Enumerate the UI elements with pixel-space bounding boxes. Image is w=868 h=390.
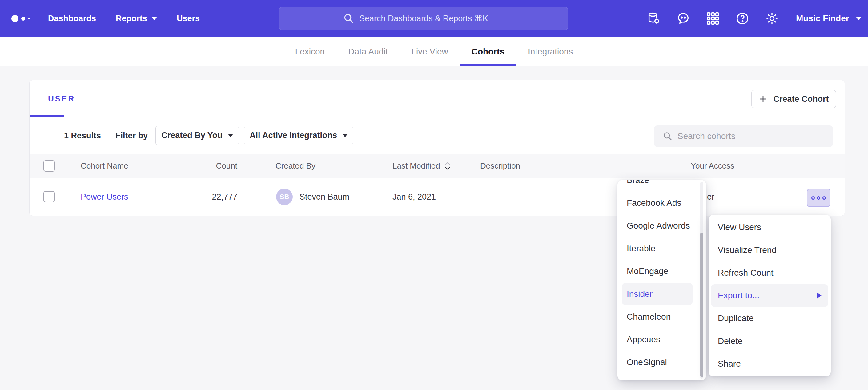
nav-reports-label: Reports (116, 14, 147, 23)
tab-integrations[interactable]: Integrations (516, 37, 585, 66)
project-switcher[interactable]: Music Finder (796, 0, 862, 37)
help-icon[interactable] (735, 11, 749, 26)
panel-header: USER Create Cohort (30, 80, 845, 117)
submenu-item-iterable[interactable]: Iterable (617, 237, 706, 260)
active-tab-underline (30, 115, 64, 117)
cohort-count: 22,777 (177, 178, 237, 216)
tab-cohorts[interactable]: Cohorts (460, 37, 516, 66)
scrollbar-thumb[interactable] (700, 232, 703, 377)
menu-item-refresh-count[interactable]: Refresh Count (709, 261, 831, 284)
chevron-down-icon (151, 17, 157, 20)
col-count[interactable]: Count (177, 154, 237, 178)
row-actions-button[interactable] (807, 189, 831, 207)
submenu-item-google-adwords[interactable]: Google Adwords (617, 215, 706, 237)
tab-data-audit[interactable]: Data Audit (336, 37, 400, 66)
tab-label: Live View (411, 47, 448, 57)
chevron-down-icon (228, 134, 233, 137)
menu-item-delete[interactable]: Delete (709, 330, 831, 353)
global-search-input[interactable] (359, 14, 504, 23)
dropdown-label: All Active Integrations (250, 131, 337, 140)
results-count: 1 Results (64, 117, 101, 154)
plus-icon (758, 94, 768, 104)
submenu-arrow-icon (817, 292, 822, 299)
menu-item-visualize-trend[interactable]: Visualize Trend (709, 239, 831, 261)
table-row: Power Users 22,777 SB Steven Baum Jan 6,… (30, 178, 845, 216)
submenu-item-moengage[interactable]: MoEngage (617, 260, 706, 283)
created-by-name: Steven Baum (300, 178, 349, 216)
nav-dashboards-label: Dashboards (48, 14, 96, 23)
cohorts-page: Dashboards Reports Users (0, 0, 868, 390)
settings-icon[interactable] (765, 11, 779, 26)
filter-by-label: Filter by (116, 117, 148, 154)
section-tabs: Lexicon Data Audit Live View Cohorts Int… (0, 37, 868, 66)
submenu-item-onesignal[interactable]: OneSignal (617, 351, 706, 374)
project-name: Music Finder (796, 13, 849, 23)
tab-label: Integrations (528, 47, 573, 57)
col-your-access[interactable]: Your Access (691, 154, 735, 178)
integrations-filter-dropdown[interactable]: All Active Integrations (244, 126, 353, 145)
avatar: SB (276, 189, 293, 205)
data-management-icon[interactable] (647, 11, 661, 26)
create-cohort-button[interactable]: Create Cohort (751, 90, 836, 108)
feedback-icon[interactable] (676, 11, 690, 26)
cohort-search-input[interactable] (678, 131, 824, 141)
nav-dashboards[interactable]: Dashboards (48, 14, 96, 23)
three-dots-icon (811, 196, 815, 200)
submenu-item-appcues[interactable]: Appcues (617, 328, 706, 351)
table-header: Cohort Name Count Created By Last Modifi… (30, 154, 845, 178)
row-context-menu: View Users Visualize Trend Refresh Count… (709, 215, 831, 377)
your-access-value-partial: er (707, 178, 714, 216)
col-last-modified[interactable]: Last Modified (393, 154, 451, 178)
global-search-bar[interactable] (279, 7, 568, 30)
sort-desc-icon (444, 162, 451, 170)
col-cohort-name[interactable]: Cohort Name (81, 154, 128, 178)
tab-label: Lexicon (295, 47, 325, 57)
nav-users-label: Users (177, 14, 200, 23)
tab-label: Data Audit (348, 47, 388, 57)
col-description[interactable]: Description (480, 154, 520, 178)
top-nav-icons (647, 0, 779, 37)
select-all-checkbox[interactable] (43, 160, 55, 172)
mixpanel-logo-icon[interactable] (11, 0, 30, 37)
row-checkbox[interactable] (43, 191, 55, 202)
menu-item-view-users[interactable]: View Users (709, 216, 831, 239)
export-submenu: Braze Facebook Ads Google Adwords Iterab… (617, 180, 706, 381)
created-by-filter-dropdown[interactable]: Created By You (155, 126, 239, 145)
menu-item-share[interactable]: Share (709, 353, 831, 375)
dropdown-label: Created By You (161, 131, 222, 140)
search-icon (343, 13, 354, 24)
tab-label: Cohorts (471, 47, 504, 57)
nav-users[interactable]: Users (177, 14, 200, 23)
menu-item-label: Export to... (718, 291, 760, 300)
search-icon (663, 131, 673, 141)
submenu-item-chameleon[interactable]: Chameleon (617, 305, 706, 328)
nav-reports[interactable]: Reports (116, 14, 157, 23)
divider (105, 128, 106, 143)
tab-live-view[interactable]: Live View (400, 37, 460, 66)
user-tab-label: USER (48, 94, 75, 104)
col-created-by[interactable]: Created By (276, 154, 315, 178)
tab-user-cohorts[interactable]: USER (48, 80, 75, 117)
cohort-name-link[interactable]: Power Users (81, 178, 128, 216)
submenu-item-braze[interactable]: Braze (617, 180, 706, 192)
tab-lexicon[interactable]: Lexicon (283, 37, 337, 66)
last-modified-date: Jan 6, 2021 (393, 178, 436, 216)
create-cohort-label: Create Cohort (773, 94, 829, 104)
top-nav-bar: Dashboards Reports Users (0, 0, 868, 37)
submenu-item-insider[interactable]: Insider (622, 283, 692, 305)
submenu-item-facebook-ads[interactable]: Facebook Ads (617, 192, 706, 215)
top-nav-links: Dashboards Reports Users (48, 0, 200, 37)
menu-item-export-to[interactable]: Export to... (711, 284, 828, 307)
chevron-down-icon (856, 17, 862, 20)
cohorts-panel: USER Create Cohort 1 Results Filter by C… (29, 80, 845, 216)
filter-row: 1 Results Filter by Created By You All A… (30, 117, 845, 154)
apps-grid-icon[interactable] (706, 11, 720, 26)
cohort-search-bar[interactable] (654, 126, 833, 147)
chevron-down-icon (343, 134, 347, 137)
col-label: Last Modified (393, 161, 440, 171)
menu-item-duplicate[interactable]: Duplicate (709, 307, 831, 330)
